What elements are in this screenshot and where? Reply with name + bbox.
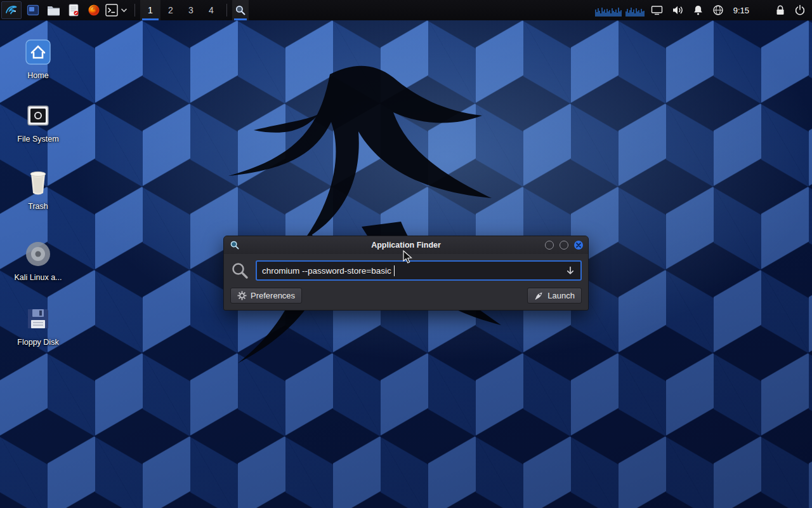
terminal-launcher[interactable] xyxy=(104,0,129,20)
logout-button[interactable] xyxy=(794,4,806,16)
cpu-graph-icon xyxy=(595,4,622,17)
screen: 1 2 3 4 xyxy=(0,0,812,508)
desktop-icon-home[interactable]: Home xyxy=(8,37,69,80)
gear-icon xyxy=(237,291,247,300)
workspace-button-2[interactable]: 2 xyxy=(160,0,181,20)
search-icon xyxy=(230,261,249,280)
command-input[interactable]: chromium --password-store=basic xyxy=(256,260,582,281)
appfinder-icon xyxy=(230,240,240,250)
home-icon xyxy=(24,38,52,66)
text-editor-icon xyxy=(69,4,79,17)
workspace-button-1[interactable]: 1 xyxy=(140,0,160,20)
status-tray[interactable] xyxy=(712,4,724,16)
notifications-tray[interactable] xyxy=(693,4,704,16)
lock-icon xyxy=(775,4,785,16)
network-graph[interactable] xyxy=(625,4,645,17)
desktop-icon-label: Trash xyxy=(8,202,69,211)
show-desktop-button[interactable] xyxy=(23,0,43,20)
bell-icon xyxy=(693,4,704,16)
desktop-icon-trash[interactable]: Trash xyxy=(8,168,69,211)
workspace-switcher: 1 2 3 4 xyxy=(140,0,221,20)
search-row: chromium --password-store=basic xyxy=(224,254,588,284)
lock-screen-button[interactable] xyxy=(775,4,785,16)
kali-dragon-wallpaper-logo xyxy=(95,55,577,373)
power-icon xyxy=(794,4,806,16)
taskbar-separator xyxy=(134,4,135,17)
cpu-graph[interactable] xyxy=(595,4,622,17)
desktop-icon-label: File System xyxy=(8,135,69,144)
network-graph-icon xyxy=(625,4,645,17)
minimize-button[interactable] xyxy=(545,241,554,250)
preferences-label: Preferences xyxy=(251,291,295,300)
desktop-icon-kali-cd[interactable]: Kali Linux a... xyxy=(8,239,69,282)
file-manager-icon xyxy=(47,4,60,16)
appfinder-taskbar-icon xyxy=(235,4,246,16)
desktop-icon-floppy[interactable]: Floppy Disk xyxy=(8,304,69,347)
file-system-icon xyxy=(25,102,51,129)
firefox-icon xyxy=(88,4,100,17)
volume-tray[interactable] xyxy=(672,4,684,16)
display-icon xyxy=(651,4,663,16)
desktop-icon-label: Kali Linux a... xyxy=(8,273,69,282)
maximize-button[interactable] xyxy=(560,241,568,250)
globe-icon xyxy=(712,4,724,16)
workspace-button-3[interactable]: 3 xyxy=(181,0,201,20)
launch-button[interactable]: Launch xyxy=(527,288,582,304)
taskbar-window-appfinder[interactable] xyxy=(232,0,249,20)
command-text: chromium --password-store=basic xyxy=(262,266,391,276)
taskbar-tray: 9:15 xyxy=(593,0,812,20)
titlebar[interactable]: Application Finder xyxy=(224,236,588,254)
application-finder-window: Application Finder chromium --passw xyxy=(223,236,589,311)
launch-icon xyxy=(534,291,544,300)
desktop-icon-label: Floppy Disk xyxy=(8,338,69,347)
chevron-down-icon[interactable] xyxy=(120,7,128,13)
volume-icon xyxy=(672,4,684,16)
floppy-icon xyxy=(25,305,51,332)
desktop-icon-file-system[interactable]: File System xyxy=(8,100,69,144)
text-caret xyxy=(394,265,395,276)
desktop-icon-label: Home xyxy=(8,71,69,80)
window-controls xyxy=(545,241,583,250)
trash-icon xyxy=(25,169,51,197)
workspace-button-4[interactable]: 4 xyxy=(201,0,221,20)
text-editor-button[interactable] xyxy=(63,0,84,20)
close-button[interactable] xyxy=(574,241,583,250)
disc-icon xyxy=(24,240,52,268)
taskbar-separator xyxy=(226,4,227,17)
close-icon xyxy=(576,243,581,248)
applications-menu-button[interactable] xyxy=(1,1,22,19)
show-desktop-icon xyxy=(27,4,39,17)
display-settings-tray[interactable] xyxy=(651,4,663,16)
terminal-icon xyxy=(105,4,118,17)
firefox-button[interactable] xyxy=(84,0,104,20)
preferences-button[interactable]: Preferences xyxy=(230,288,302,304)
dropdown-arrow-icon[interactable] xyxy=(565,265,575,276)
launch-label: Launch xyxy=(547,291,575,300)
taskbar: 1 2 3 4 xyxy=(0,0,812,20)
window-title: Application Finder xyxy=(224,241,588,250)
taskbar-left: 1 2 3 4 xyxy=(0,0,249,20)
kali-logo-icon xyxy=(4,3,18,17)
file-manager-button[interactable] xyxy=(43,0,63,20)
clock[interactable]: 9:15 xyxy=(733,6,749,15)
dialog-buttons: Preferences Launch xyxy=(224,284,588,310)
